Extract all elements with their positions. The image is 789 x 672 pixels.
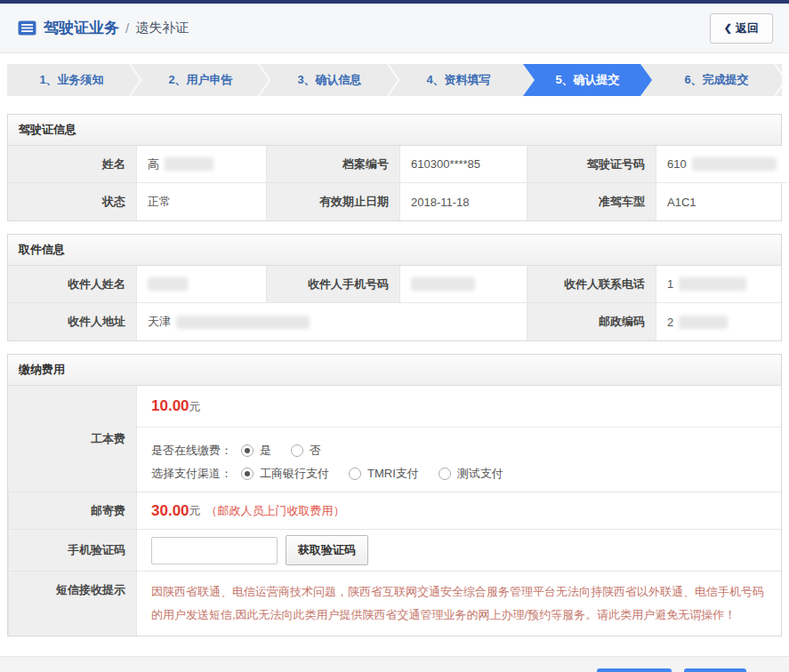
radio-channel-test[interactable]: 测试支付 [439, 466, 503, 482]
step-separator [774, 64, 776, 96]
step-separator [129, 64, 131, 96]
step-5-confirm-submit[interactable]: 5、确认提交 [523, 64, 652, 96]
payment-channel-question: 选择支付渠道： [151, 466, 232, 482]
post-fee-cell: 30.00元 （邮政人员上门收取费用） [136, 492, 781, 530]
field-label-work-fee: 工本费 [8, 386, 136, 492]
footer-bar: 上一步 完成 [0, 656, 789, 672]
license-info-table: 姓名 高 档案编号 610300****85 驾驶证号码 610 [8, 146, 781, 183]
redacted-blur [679, 277, 746, 291]
breadcrumb-current: 遗失补证 [135, 20, 189, 36]
field-value-postal-code: 2 [656, 303, 781, 340]
field-label-status: 状态 [8, 183, 136, 220]
chevron-left-icon: ❮ [724, 22, 732, 34]
redacted-blur [165, 157, 213, 171]
radio-icon[interactable] [439, 468, 451, 480]
step-separator [258, 64, 260, 96]
work-fee-amount-line: 10.00元 [137, 386, 781, 427]
field-label-recipient-mobile: 收件人手机号码 [266, 266, 399, 303]
section-title-license: 驾驶证信息 [8, 115, 781, 146]
field-value-name: 高 [136, 146, 266, 183]
get-captcha-button[interactable]: 获取验证码 [286, 535, 368, 565]
field-label-expiry-date: 有效期止日期 [266, 183, 399, 220]
section-title-pickup: 取件信息 [8, 235, 781, 266]
field-label-name: 姓名 [8, 146, 136, 183]
redacted-blur [148, 277, 188, 291]
license-info-table-row2: 状态 正常 有效期止日期 2018-11-18 准驾车型 A1C1 [8, 183, 781, 220]
step-bar-filler [781, 64, 782, 96]
field-value-vehicle-class: A1C1 [656, 183, 781, 220]
radio-icon[interactable] [291, 444, 303, 457]
section-title-fee: 缴纳费用 [8, 355, 781, 386]
step-3-confirm-info[interactable]: 3、确认信息 [265, 64, 394, 96]
page-title: 驾驶证业务 [44, 18, 119, 38]
back-button-label: 返回 [736, 20, 759, 36]
step-1-business-notes[interactable]: 1、业务须知 [7, 64, 136, 96]
work-fee-unit: 元 [189, 400, 201, 413]
captcha-cell: 获取验证码 [136, 530, 781, 572]
payment-options-block: 是否在线缴费： 是 否 选择支付渠道： 工商银行支付 TMRI支付 测试支付 [137, 427, 781, 492]
fee-table: 工本费 10.00元 是否在线缴费： 是 否 选择支付渠道： 工商银行支付 TM… [8, 386, 781, 636]
radio-icon[interactable] [241, 468, 254, 480]
list-icon [18, 20, 36, 36]
field-label-postal-code: 邮政编码 [527, 303, 656, 340]
field-value-status: 正常 [136, 183, 266, 220]
step-4-fill-materials[interactable]: 4、资料填写 [394, 64, 523, 96]
online-payment-question-row: 是否在线缴费： 是 否 [151, 443, 767, 459]
step-wizard: 1、业务须知 2、用户申告 3、确认信息 4、资料填写 5、确认提交 6、完成提… [7, 64, 782, 96]
sms-tip-cell: 因陕西省联通、电信运营商技术问题，陕西省互联网交通安全综合服务管理平台无法向持陕… [136, 572, 781, 636]
field-label-recipient-phone: 收件人联系电话 [527, 266, 656, 303]
work-fee-cell: 10.00元 是否在线缴费： 是 否 选择支付渠道： 工商银行支付 TMRI支付… [136, 386, 781, 492]
field-value-recipient-address: 天津 [136, 303, 527, 340]
field-label-recipient-address: 收件人地址 [8, 303, 136, 340]
sms-tip-text: 因陕西省联通、电信运营商技术问题，陕西省互联网交通安全综合服务管理平台无法向持陕… [151, 577, 767, 630]
field-value-expiry-date: 2018-11-18 [399, 183, 527, 220]
radio-icon[interactable] [349, 468, 361, 480]
page-header: 驾驶证业务 / 遗失补证 ❮ 返回 [0, 4, 789, 53]
pickup-info-table: 收件人姓名 收件人手机号码 收件人联系电话 1 [8, 266, 781, 303]
finish-button[interactable]: 完成 [684, 668, 746, 672]
field-label-file-number: 档案编号 [266, 146, 399, 183]
post-fee-amount: 30.00 [151, 502, 189, 520]
field-label-sms-tip: 短信接收提示 [8, 572, 136, 636]
field-label-license-number: 驾驶证号码 [527, 146, 656, 183]
post-fee-note: （邮政人员上门收取费用） [206, 503, 345, 519]
work-fee-amount: 10.00 [151, 397, 189, 414]
field-value-file-number: 610300****85 [399, 146, 527, 183]
field-label-vehicle-class: 准驾车型 [527, 183, 656, 220]
captcha-input[interactable] [151, 537, 278, 564]
field-value-recipient-phone: 1 [656, 266, 781, 303]
field-value-license-number: 610 [656, 146, 787, 183]
redacted-blur [176, 316, 310, 329]
payment-channel-question-row: 选择支付渠道： 工商银行支付 TMRI支付 测试支付 [151, 466, 767, 482]
step-6-finish-submit[interactable]: 6、完成提交 [652, 64, 781, 96]
redacted-blur [411, 277, 475, 291]
breadcrumb-separator: / [125, 20, 129, 36]
post-fee-unit: 元 [189, 503, 201, 519]
pickup-info-section: 取件信息 收件人姓名 收件人手机号码 收件人联系电话 1 收件人地址 天津 邮政… [7, 234, 782, 341]
online-payment-question: 是否在线缴费： [151, 443, 232, 459]
field-label-captcha: 手机验证码 [8, 530, 136, 572]
previous-step-button[interactable]: 上一步 [597, 668, 672, 672]
back-button[interactable]: ❮ 返回 [710, 13, 773, 44]
redacted-blur [679, 316, 728, 329]
field-value-recipient-mobile [399, 266, 527, 303]
radio-online-no[interactable]: 否 [291, 443, 321, 459]
radio-channel-tmri[interactable]: TMRI支付 [349, 466, 419, 482]
radio-icon[interactable] [241, 444, 254, 457]
step-2-user-declaration[interactable]: 2、用户申告 [136, 64, 265, 96]
fee-section: 缴纳费用 工本费 10.00元 是否在线缴费： 是 否 选择支付渠道： 工商银行… [7, 354, 782, 636]
radio-channel-icbc[interactable]: 工商银行支付 [241, 466, 329, 482]
field-label-recipient-name: 收件人姓名 [8, 266, 136, 303]
field-value-recipient-name [136, 266, 266, 303]
radio-online-yes[interactable]: 是 [241, 443, 271, 459]
pickup-info-table-row2: 收件人地址 天津 邮政编码 2 [8, 303, 781, 340]
field-label-post-fee: 邮寄费 [8, 492, 136, 530]
step-separator [387, 64, 389, 96]
license-info-section: 驾驶证信息 姓名 高 档案编号 610300****85 驾驶证号码 610 状… [7, 114, 782, 221]
redacted-blur [692, 157, 777, 171]
